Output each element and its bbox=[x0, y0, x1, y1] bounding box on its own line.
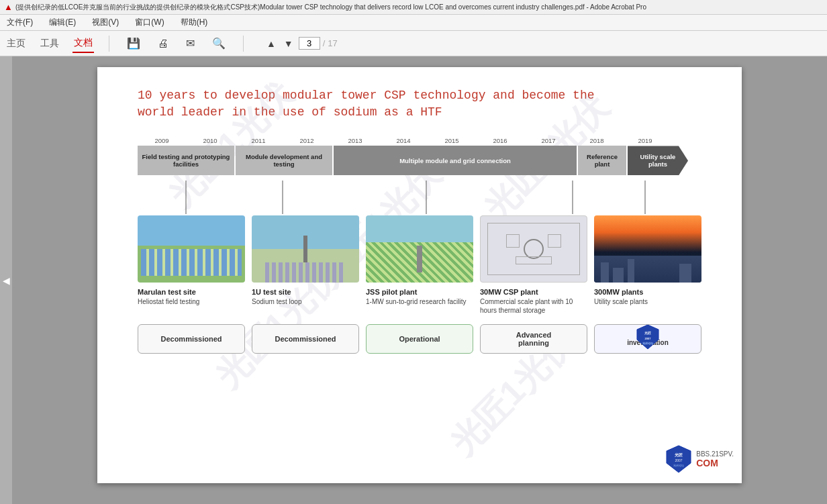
toolbar: 主页 工具 文档 💾 🖨 ✉ 🔍 ▲ ▼ / 17 bbox=[0, 31, 827, 56]
title-text: (提供创纪录的低LCOE并克服当前的行业挑战的提供创纪录的模块化格式CSP技术)… bbox=[15, 3, 646, 12]
menu-edit[interactable]: 编辑(E) bbox=[48, 16, 77, 29]
search-button[interactable]: 🔍 bbox=[209, 36, 228, 51]
menu-window[interactable]: 窗口(W) bbox=[134, 16, 165, 29]
plant-name-1u: 1U test site bbox=[252, 288, 359, 296]
plant-desc-jss: 1-MW sun-to-grid research facility bbox=[366, 297, 473, 306]
plant-desc-300mw: Utility scale plants bbox=[594, 297, 701, 306]
next-page-button[interactable]: ▼ bbox=[281, 37, 296, 50]
status-badge-operational: Operational bbox=[366, 324, 473, 354]
phase-bars: Field testing and prototyping facilities… bbox=[138, 146, 701, 175]
tab-tools[interactable]: 工具 bbox=[39, 35, 60, 52]
year-2011: 2011 bbox=[234, 137, 283, 144]
page-title: 10 years to develop modular tower CSP te… bbox=[138, 87, 701, 121]
logo-text-block: BBS.21SPV. COM bbox=[696, 450, 734, 468]
plant-name-jss: JSS pilot plant bbox=[366, 288, 473, 296]
year-2013: 2013 bbox=[331, 137, 379, 144]
tab-home[interactable]: 主页 bbox=[5, 35, 27, 52]
status-badge-under-investigation: Underinvestigation 光匠 2007 光伏论坛 bbox=[594, 324, 701, 354]
year-2010: 2010 bbox=[186, 137, 234, 144]
shield-logo: 光匠 2007 光伏论坛 bbox=[636, 324, 660, 350]
svg-text:2007: 2007 bbox=[645, 337, 652, 340]
page-number-input[interactable] bbox=[299, 37, 320, 50]
menu-file[interactable]: 文件(F) bbox=[5, 16, 34, 29]
email-button[interactable]: ✉ bbox=[183, 36, 197, 51]
status-row: Decommissioned Decommissioned Operationa… bbox=[138, 324, 701, 354]
bottom-logo: 光匠 2007 光伏论坛 BBS.21SPV. COM bbox=[664, 444, 734, 474]
bottom-shield-icon: 光匠 2007 光伏论坛 bbox=[664, 444, 693, 474]
plant-img-30mw bbox=[480, 215, 587, 283]
plant-name-300mw: 300MW plants bbox=[594, 288, 701, 296]
plant-card-300mw: 300MW plants Utility scale plants bbox=[594, 215, 701, 306]
years-bar: 2009 2010 2011 2012 2013 2014 2015 2016 … bbox=[138, 137, 701, 144]
year-2018: 2018 bbox=[573, 137, 621, 144]
save-button[interactable]: 💾 bbox=[124, 36, 143, 51]
plant-img-1u bbox=[252, 215, 359, 283]
year-2009: 2009 bbox=[138, 137, 186, 144]
pdf-page: 光匠1光伏 光匠1光伏 光匠1光伏 光匠1光伏 光匠1光伏 10 years t… bbox=[97, 67, 742, 483]
pdf-icon: ▲ bbox=[4, 2, 13, 12]
svg-text:光匠: 光匠 bbox=[644, 331, 651, 335]
phase-multiple-module: Multiple module and grid connection bbox=[334, 146, 577, 175]
content-area: ◀ 光匠1光伏 光匠1光伏 光匠1光伏 光匠1光伏 光匠1光伏 10 years… bbox=[0, 56, 827, 504]
phase-module-dev: Module development and testing bbox=[236, 146, 332, 175]
prev-page-button[interactable]: ▲ bbox=[264, 37, 279, 50]
title-bar: ▲ (提供创纪录的低LCOE并克服当前的行业挑战的提供创纪录的模块化格式CSP技… bbox=[0, 0, 827, 15]
plant-name-marulan: Marulan test site bbox=[138, 288, 245, 296]
svg-text:光匠: 光匠 bbox=[674, 452, 683, 457]
plant-card-30mw: 30MW CSP plant Commercial scale plant wi… bbox=[480, 215, 587, 315]
page-navigation: ▲ ▼ / 17 bbox=[264, 37, 338, 50]
plant-img-300mw bbox=[594, 215, 701, 283]
plant-card-marulan: Marulan test site Heliostat field testin… bbox=[138, 215, 245, 306]
year-2017: 2017 bbox=[524, 137, 573, 144]
connector-lines bbox=[138, 181, 701, 221]
plant-desc-marulan: Heliostat field testing bbox=[138, 297, 245, 306]
menu-help[interactable]: 帮助(H) bbox=[179, 16, 209, 29]
year-2019: 2019 bbox=[621, 137, 669, 144]
status-badge-decom2: Decommissioned bbox=[252, 324, 359, 354]
scrollable-area[interactable]: 光匠1光伏 光匠1光伏 光匠1光伏 光匠1光伏 光匠1光伏 10 years t… bbox=[12, 56, 827, 504]
svg-text:光伏论坛: 光伏论坛 bbox=[673, 464, 684, 467]
plant-card-jss: JSS pilot plant 1-MW sun-to-grid researc… bbox=[366, 215, 473, 306]
menu-bar: 文件(F) 编辑(E) 视图(V) 窗口(W) 帮助(H) bbox=[0, 15, 827, 31]
phase-utility-scale: Utility scale plants bbox=[628, 146, 688, 175]
phase-reference-plant: Reference plant bbox=[578, 146, 626, 175]
logo-url: BBS.21SPV. bbox=[696, 450, 734, 458]
menu-view[interactable]: 视图(V) bbox=[91, 16, 120, 29]
svg-text:2007: 2007 bbox=[675, 458, 683, 462]
year-2015: 2015 bbox=[428, 137, 476, 144]
plant-img-jss bbox=[366, 215, 473, 283]
year-2012: 2012 bbox=[283, 137, 331, 144]
timeline-section: 2009 2010 2011 2012 2013 2014 2015 2016 … bbox=[138, 137, 701, 354]
tab-document[interactable]: 文档 bbox=[72, 34, 94, 53]
plant-img-marulan bbox=[138, 215, 245, 283]
year-2016: 2016 bbox=[476, 137, 524, 144]
plant-desc-1u: Sodium test loop bbox=[252, 297, 359, 306]
plant-desc-30mw: Commercial scale plant with 10 hours the… bbox=[480, 297, 587, 315]
plant-name-30mw: 30MW CSP plant bbox=[480, 288, 587, 296]
left-nav[interactable]: ◀ bbox=[0, 56, 12, 504]
svg-text:光伏论坛: 光伏论坛 bbox=[642, 342, 653, 345]
page-total: 17 bbox=[328, 38, 337, 48]
images-row: Marulan test site Heliostat field testin… bbox=[138, 215, 701, 315]
logo-com: COM bbox=[696, 458, 734, 468]
status-badge-advanced: Advancedplanning bbox=[480, 324, 587, 354]
phase-field-testing: Field testing and prototyping facilities bbox=[138, 146, 234, 175]
print-button[interactable]: 🖨 bbox=[155, 36, 171, 51]
status-badge-decom1: Decommissioned bbox=[138, 324, 245, 354]
year-2014: 2014 bbox=[379, 137, 428, 144]
plant-card-1u: 1U test site Sodium test loop bbox=[252, 215, 359, 306]
page-separator: / bbox=[323, 38, 326, 48]
